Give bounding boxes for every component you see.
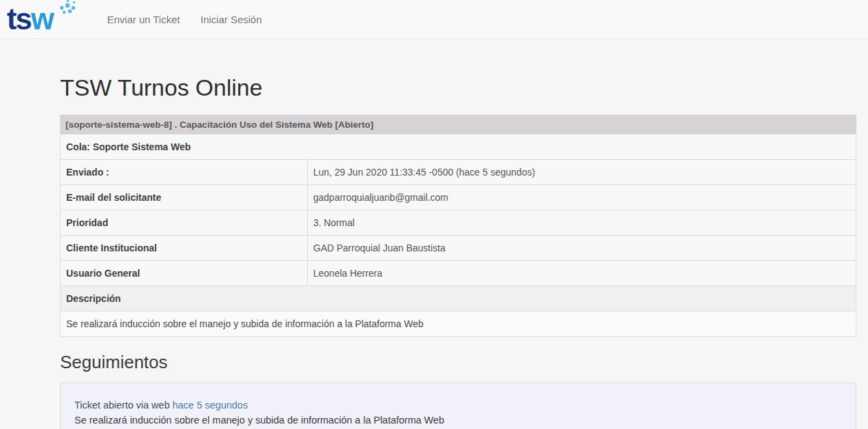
table-row-email: E-mail del solicitante gadparroquialjuan… [61,185,856,210]
followup-body-text: Se realizará inducción sobre el manejo y… [74,413,842,428]
table-row-description-header: Descripción [61,286,856,312]
logo-pixel-dot [67,0,69,2]
logo-pixel-dot [60,6,63,10]
followup-prefix: Ticket abierto via web [74,400,173,411]
table-row-general-user: Usuario General Leonela Herrera [61,261,856,286]
top-navbar: tsw Enviar un Ticket Iniciar Sesión [0,0,868,39]
page-title: TSW Turnos Online [60,74,856,101]
table-row-description-body: Se realizará inducción sobre el manejo y… [61,312,856,337]
logo-pixel-dot [63,11,66,14]
row-label: Usuario General [61,261,308,286]
ticket-details-table: Cola: Soporte Sistema Web Enviado : Lun,… [60,134,856,337]
row-label: Enviado : [61,160,308,185]
row-value: GAD Parroquial Juan Baustista [308,236,856,261]
main-content: TSW Turnos Online [soporte-sistema-web-8… [60,74,856,429]
tsw-logo-text: tsw [7,2,53,36]
followup-entry: Ticket abierto via web hace 5 segundos S… [60,383,856,429]
table-row-priority: Prioridad 3. Normal [61,210,856,236]
row-label: Cliente Institucional [61,236,308,261]
row-label: Prioridad [61,210,308,236]
table-row-queue: Cola: Soporte Sistema Web [61,135,856,160]
description-label: Descripción [61,286,856,312]
logo-pixel-dot [68,10,72,13]
followup-meta-line: Ticket abierto via web hace 5 segundos [74,398,842,413]
followup-time-link[interactable]: hace 5 segundos [173,400,248,411]
row-value: gadparroquialjuanb@gmail.com [308,185,856,210]
tsw-logo[interactable]: tsw [7,0,78,38]
row-value: Leonela Herrera [308,261,856,286]
nav-link-submit-ticket[interactable]: Enviar un Ticket [97,7,190,32]
logo-pixel-dot [72,6,75,10]
table-row-sent: Enviado : Lun, 29 Jun 2020 11:33:45 -050… [61,160,856,185]
logo-pixel-dot [73,1,75,3]
logo-pixel-dot [66,3,70,8]
nav-links: Enviar un Ticket Iniciar Sesión [97,7,272,32]
row-value: 3. Normal [308,210,856,236]
description-text: Se realizará inducción sobre el manejo y… [61,312,856,337]
row-label: E-mail del solicitante [61,185,308,210]
row-value: Lun, 29 Jun 2020 11:33:45 -0500 (hace 5 … [308,160,856,185]
queue-cell: Cola: Soporte Sistema Web [61,135,856,160]
nav-link-login[interactable]: Iniciar Sesión [190,7,272,32]
followups-heading: Seguimientos [60,352,856,373]
table-row-institutional-client: Cliente Institucional GAD Parroquial Jua… [61,236,856,261]
ticket-title-bar: [soporte-sistema-web-8] . Capacitación U… [60,115,856,134]
